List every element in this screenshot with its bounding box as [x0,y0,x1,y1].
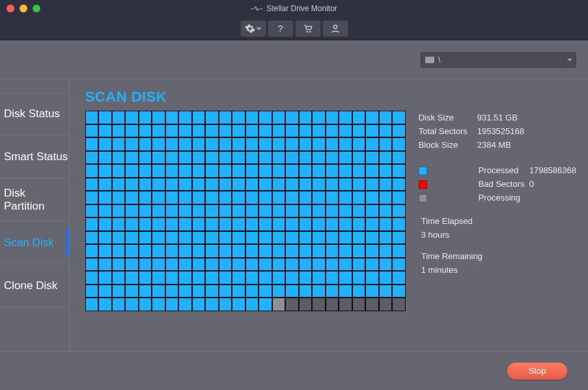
scan-block [326,217,339,231]
scan-block [352,231,366,245]
scan-block [245,137,259,151]
scan-block [365,137,379,151]
scan-block [285,204,299,218]
stat-value: 1953525168 [475,124,524,138]
scan-block [326,271,339,285]
scan-block [312,231,326,245]
scan-block [272,204,286,218]
drive-select[interactable]: \ [421,52,564,68]
user-button[interactable] [322,20,348,37]
scan-block [272,244,286,258]
scan-block [365,244,379,258]
scan-block [352,285,366,298]
scan-block [112,271,126,285]
scan-block [205,298,219,311]
svg-point-1 [309,31,311,32]
stat-label: Disk Size [419,111,475,124]
scan-block [392,258,406,272]
scan-block [112,111,126,124]
scan-block [326,191,339,204]
sidebar-item-label: Disk Status [4,107,60,120]
scan-block [112,137,126,151]
scan-block [205,217,219,231]
scan-block [299,231,313,245]
close-window-button[interactable] [7,5,14,12]
scan-block [299,111,313,124]
sidebar-item-disk-partition[interactable]: Disk Partition [0,178,69,221]
scan-block [259,258,272,272]
scan-block [139,137,152,151]
scan-block [245,164,259,178]
scan-block [219,137,232,151]
scan-block [379,285,393,298]
scan-block [272,271,286,285]
scan-block [165,271,179,285]
drive-select-dropdown[interactable] [563,52,576,68]
scan-block [85,111,99,124]
scan-block [112,298,126,311]
maximize-window-button[interactable] [33,5,40,12]
scan-block [232,137,245,151]
scan-block [352,258,366,272]
processing-color-swatch [419,194,427,202]
scan-block [192,285,206,298]
scan-block [178,178,192,191]
scan-block [205,271,219,285]
legend-row-processing: Processing [419,191,576,204]
scan-block [339,137,352,151]
sidebar: Disk Status Smart Status Disk Partition … [0,79,70,351]
scan-block [245,111,259,124]
scan-block [326,137,339,151]
scan-block [285,111,299,124]
scan-block [232,285,245,298]
scan-block [365,191,379,204]
scan-block [205,151,219,165]
stat-row-block-size: Block Size 2384 MB [419,138,524,152]
scan-block [339,298,352,311]
sidebar-item-scan-disk[interactable]: Scan Disk [0,221,69,264]
scan-block [339,178,352,191]
scan-block [312,244,326,258]
settings-button[interactable] [240,20,266,37]
scan-block [272,298,286,311]
scan-block [165,137,179,151]
scan-block [285,244,299,258]
scan-block [285,164,299,178]
scan-block [152,298,165,311]
time-remaining-value: 1 minutes [419,261,576,275]
scan-block [379,111,393,124]
scan-block [125,191,139,204]
scan-block [152,124,165,138]
scan-legend: Processed 1798586368 Bad Sectors 0 Proce… [419,163,576,204]
scan-block [259,204,272,218]
scan-block [352,151,366,165]
scan-block [112,178,126,191]
help-button[interactable]: ? [268,20,294,37]
scan-block [285,231,299,245]
legend-label: Bad Sectors [475,177,527,191]
scan-block [165,111,179,124]
scan-block [232,178,245,191]
sidebar-item-clone-disk[interactable]: Clone Disk [0,264,69,307]
scan-block [245,178,259,191]
stop-button[interactable]: Stop [507,363,567,380]
scan-block [85,285,99,298]
sidebar-item-smart-status[interactable]: Smart Status [0,135,69,178]
scan-block [178,204,192,218]
scan-block [232,217,245,231]
scan-block [392,124,406,138]
minimize-window-button[interactable] [20,5,27,12]
scan-block [192,137,206,151]
scan-block [326,151,339,165]
cart-button[interactable] [295,20,321,37]
scan-block [165,244,179,258]
scan-block [219,124,232,138]
scan-block [365,164,379,178]
sidebar-item-disk-status[interactable]: Disk Status [0,92,69,135]
scan-block [339,217,352,231]
scan-block [192,271,206,285]
scan-block [178,285,192,298]
scan-block [245,124,259,138]
scan-block [139,124,152,138]
scan-block [192,151,206,165]
